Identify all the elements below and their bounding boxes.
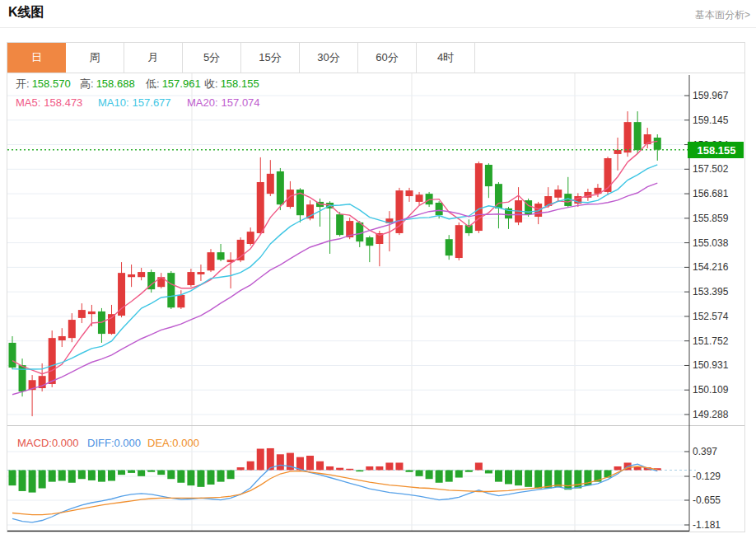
svg-text:151.752: 151.752 [693,335,729,347]
svg-text:MA10:157.677: MA10:157.677 [98,96,171,109]
fundamental-analysis-link[interactable]: 基本面分析> [695,8,750,22]
svg-text:152.574: 152.574 [693,311,729,322]
svg-text:-1.181: -1.181 [693,519,721,531]
ma-legend: MA5:158.473 MA10:157.677 MA20:157.074 [16,96,260,109]
svg-text:-0.129: -0.129 [693,471,721,482]
kline-chart: 159.967159.145158.324157.502156.681155.8… [7,73,744,532]
svg-text:高:158.688: 高:158.688 [80,77,135,90]
svg-text:156.681: 156.681 [693,188,729,199]
tab-月[interactable]: 月 [124,43,183,73]
period-tab-bar: 日周月5分15分30分60分4时 [7,43,744,73]
svg-text:159.967: 159.967 [693,90,729,101]
header-divider [0,27,756,28]
tab-日[interactable]: 日 [7,43,66,73]
svg-text:MA20:157.074: MA20:157.074 [187,96,260,109]
svg-text:150.109: 150.109 [693,384,729,396]
svg-text:155.859: 155.859 [693,213,729,224]
svg-text:149.288: 149.288 [693,409,729,420]
macd-legend: MACD:0.000 DIFF:0.000 DEA:0.000 [17,437,199,449]
macd-value: MACD:0.000 [17,437,78,449]
svg-text:155.038: 155.038 [693,237,729,249]
svg-text:150.931: 150.931 [693,359,729,371]
tab-15分[interactable]: 15分 [241,43,300,73]
svg-text:159.145: 159.145 [693,115,729,126]
candlestick-series [9,111,661,416]
tab-30分[interactable]: 30分 [300,43,358,73]
svg-text:收:158.155: 收:158.155 [204,77,259,90]
svg-text:157.502: 157.502 [693,163,729,175]
svg-text:MA5:158.473: MA5:158.473 [16,96,82,109]
current-price-label: 158.155 [688,142,744,158]
kline-widget: 日周月5分15分30分60分4时 159.967159.145158.32415… [7,42,745,532]
page-title: K线图 [8,4,44,21]
diff-value: DIFF:0.000 [87,437,141,449]
svg-text:0.397: 0.397 [693,446,717,457]
tab-4时[interactable]: 4时 [417,43,475,73]
svg-text:154.216: 154.216 [693,261,729,273]
moving-average-lines [12,141,657,394]
dea-value: DEA:0.000 [147,437,199,449]
macd-pane [9,448,661,522]
tab-周[interactable]: 周 [66,43,124,73]
price-label-text: 158.155 [698,144,736,157]
tab-5分[interactable]: 5分 [183,43,241,73]
svg-text:开:158.570: 开:158.570 [16,77,71,90]
ohlc-legend: 开:158.570 高:158.688 低:157.961 收:158.155 [16,77,259,90]
tab-60分[interactable]: 60分 [358,43,417,73]
svg-text:153.395: 153.395 [693,286,729,297]
svg-text:-0.655: -0.655 [693,494,721,506]
svg-text:低:157.961: 低:157.961 [145,77,201,90]
